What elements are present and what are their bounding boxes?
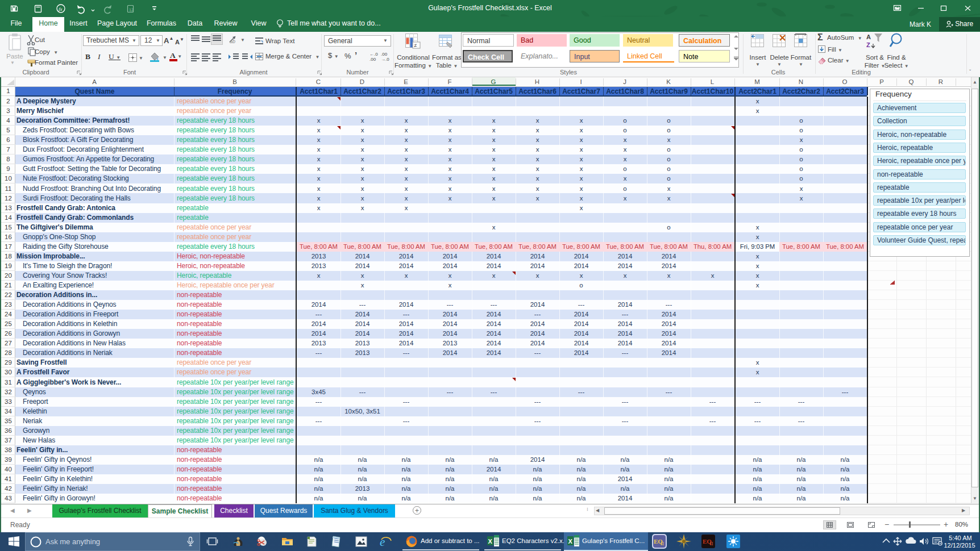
svg-text:12: 12: [129, 8, 134, 12]
svg-text:Z: Z: [866, 41, 870, 48]
svg-text:▼: ▼: [163, 55, 167, 60]
svg-text:X: X: [568, 538, 573, 545]
svg-text:II: II: [661, 541, 664, 546]
svg-text:≠: ≠: [414, 43, 417, 48]
svg-text:II: II: [710, 541, 713, 546]
svg-text:▼: ▼: [139, 56, 143, 61]
svg-text:←.0: ←.0: [369, 52, 378, 57]
svg-text:ab: ab: [230, 39, 235, 44]
svg-text:e: e: [380, 535, 385, 548]
svg-text:▼: ▼: [240, 37, 245, 43]
svg-text:A: A: [866, 34, 871, 40]
svg-text:.00: .00: [369, 57, 376, 61]
svg-text:fx: fx: [59, 6, 63, 12]
svg-text:.00: .00: [381, 52, 388, 57]
svg-text:→.0: →.0: [381, 57, 389, 61]
svg-text:X: X: [488, 538, 493, 545]
